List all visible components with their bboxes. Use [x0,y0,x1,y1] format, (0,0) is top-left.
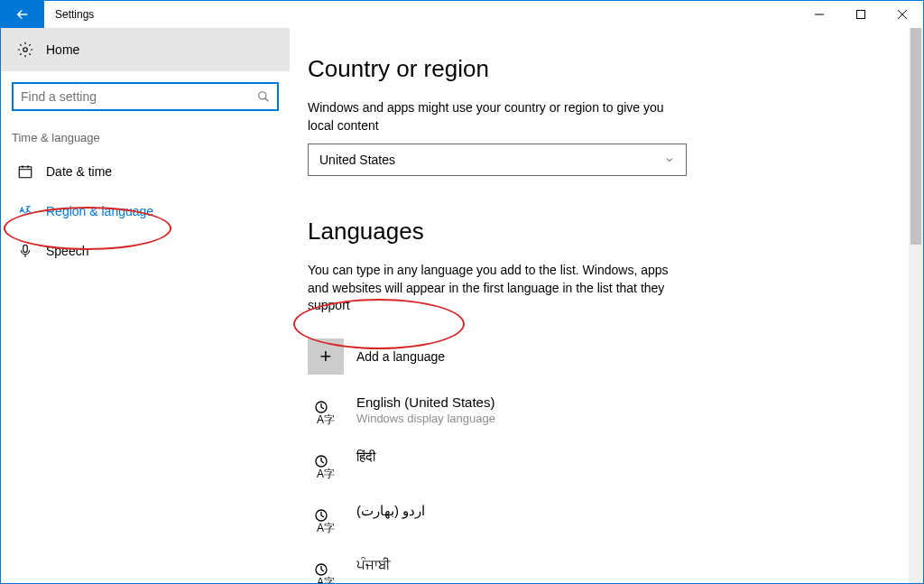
language-name: हिंदी [356,449,375,465]
vertical-scrollbar[interactable] [909,28,923,583]
svg-text:A字: A字 [317,468,335,480]
sidebar-section-title: Time & language [1,120,290,152]
nav-label: Date & time [46,164,112,179]
country-dropdown[interactable]: United States [308,144,687,176]
svg-point-2 [259,92,266,99]
language-name: English (United States) [356,394,495,410]
languages-heading: Languages [308,218,901,246]
search-box[interactable] [12,82,279,111]
scrollbar-thumb[interactable] [910,28,921,245]
window-controls [799,1,923,28]
sidebar-item-speech[interactable]: Speech [1,231,290,271]
search-icon [257,90,270,103]
back-button[interactable] [1,1,44,28]
nav-label: Speech [46,244,88,258]
search-container [1,71,290,120]
language-glyph-icon: A字 [308,449,344,485]
language-icon [17,203,33,219]
svg-text:A字: A字 [317,576,335,583]
nav-label: Region & language [46,204,153,218]
country-selected: United States [319,153,395,167]
language-item[interactable]: A字 ਪੰਜਾਬੀ [308,548,687,583]
language-name: اردو (بھارت) [356,503,425,519]
language-glyph-icon: A字 [308,557,344,583]
chevron-down-icon [664,154,675,165]
close-icon [898,10,907,19]
sidebar-item-region-language[interactable]: Region & language [1,191,290,231]
plus-icon: + [308,338,344,375]
language-glyph-icon: A字 [308,394,344,431]
language-subtitle: Windows display language [356,412,495,425]
minimize-icon [815,10,824,19]
content-area: Country or region Windows and apps might… [290,28,923,583]
window-title: Settings [44,1,799,28]
region-description: Windows and apps might use your country … [308,99,687,134]
calendar-icon [17,163,33,180]
home-nav[interactable]: Home [1,28,290,71]
arrow-left-icon [14,6,31,23]
close-button[interactable] [882,1,923,28]
language-item[interactable]: A字 English (United States) Windows displ… [308,385,687,440]
language-glyph-icon: A字 [308,503,344,539]
home-label: Home [46,42,79,57]
languages-description: You can type in any language you add to … [308,262,687,315]
svg-text:A字: A字 [317,413,335,426]
sidebar: Home Time & language Date & time [1,28,290,583]
sidebar-item-datetime[interactable]: Date & time [1,152,290,191]
gear-icon [17,42,33,58]
language-name: ਪੰਜਾਬੀ [356,557,391,573]
svg-text:A字: A字 [317,522,335,534]
svg-point-1 [23,48,28,52]
add-language-button[interactable]: + Add a language [308,335,578,378]
minimize-button[interactable] [799,1,840,28]
language-item[interactable]: A字 اردو (بھارت) [308,494,687,548]
titlebar: Settings [1,1,923,28]
add-language-label: Add a language [356,349,445,364]
maximize-button[interactable] [840,1,882,28]
svg-rect-4 [23,245,28,252]
microphone-icon [17,243,33,259]
maximize-icon [856,10,865,19]
search-input[interactable] [21,89,257,104]
region-heading: Country or region [308,55,901,83]
svg-rect-3 [19,167,32,178]
language-item[interactable]: A字 हिंदी [308,440,687,494]
svg-rect-0 [857,11,865,19]
